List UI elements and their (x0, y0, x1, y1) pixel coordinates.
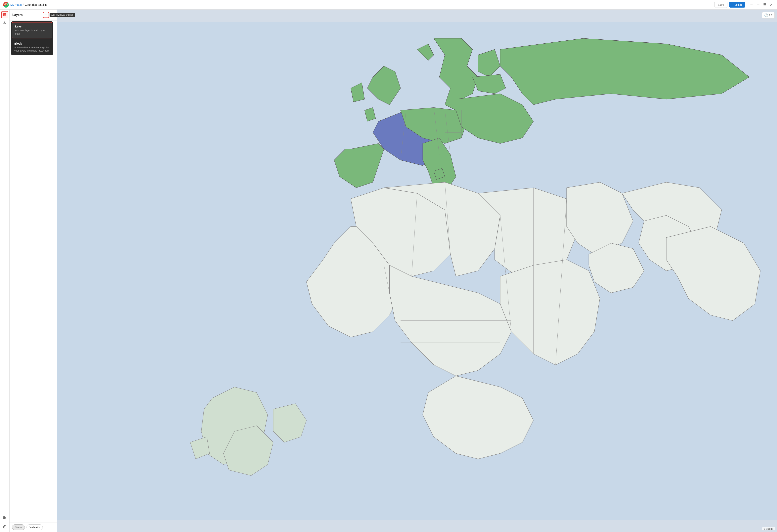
filters-icon-button[interactable] (1, 19, 8, 26)
sidebar-icons (0, 10, 10, 532)
svg-point-20 (5, 527, 5, 528)
layers-footer: Blocks Verticality (10, 522, 57, 532)
breadcrumb-prefix[interactable]: My maps (10, 3, 22, 6)
svg-rect-6 (3, 14, 6, 15)
svg-rect-5 (3, 13, 6, 14)
back-button[interactable]: ← (749, 1, 755, 8)
topbar-icons: ← → ☰ ✕ (749, 1, 774, 8)
layers-header: Layers + Add new layer or block ✕ (10, 10, 57, 20)
svg-point-9 (5, 23, 6, 24)
map-area[interactable]: 🕐 2.7 © MapTiler (57, 10, 777, 532)
puzzle-icon-button[interactable] (1, 514, 8, 521)
layer-option-title: Layer (15, 25, 49, 28)
svg-marker-3 (4, 5, 6, 6)
verticality-tab[interactable]: Verticality (26, 524, 42, 530)
svg-marker-2 (6, 5, 8, 6)
svg-point-18 (4, 517, 5, 518)
layers-panel: Layers + Add new layer or block ✕ Layer … (10, 10, 57, 532)
layers-header-right: + Add new layer or block ✕ (43, 12, 54, 18)
breadcrumb: My maps / Countries Satellite (10, 3, 47, 6)
clock-icon: 🕐 (764, 13, 768, 17)
dropdown-menu: Layer Add new layer to enrich your map B… (11, 21, 53, 55)
layer-option-desc: Add new layer to enrich your map (15, 29, 49, 36)
svg-rect-7 (3, 15, 6, 16)
block-option-desc: Add new Block to better organise your la… (14, 46, 50, 53)
add-btn-wrapper: + Add new layer or block (43, 12, 49, 18)
topbar: My maps / Countries Satellite Save Publi… (0, 0, 777, 10)
blocks-tab[interactable]: Blocks (12, 524, 25, 530)
topbar-left: My maps / Countries Satellite (3, 2, 47, 8)
save-button[interactable]: Save (714, 2, 728, 8)
menu-button[interactable]: ☰ (762, 1, 768, 8)
breadcrumb-sep: / (23, 3, 24, 6)
close-button[interactable]: ✕ (768, 1, 774, 8)
app-logo (3, 2, 9, 8)
svg-rect-15 (5, 516, 6, 517)
map-svg (57, 10, 777, 532)
layers-title: Layers (12, 13, 23, 17)
dropdown-item-block[interactable]: Block Add new Block to better organise y… (11, 39, 53, 55)
svg-rect-17 (5, 518, 6, 519)
svg-rect-14 (3, 516, 5, 517)
publish-button[interactable]: Publish (729, 2, 745, 8)
map-controls: 🕐 2.7 (762, 12, 775, 18)
zoom-value: 2.7 (769, 14, 772, 17)
svg-rect-16 (3, 518, 5, 519)
block-option-title: Block (14, 42, 50, 45)
svg-marker-1 (6, 3, 8, 5)
help-icon-button[interactable] (1, 523, 8, 530)
svg-point-8 (4, 22, 5, 22)
zoom-indicator: 🕐 2.7 (762, 12, 775, 18)
map-attribution: © MapTiler (762, 527, 775, 530)
dropdown-item-layer[interactable]: Layer Add new layer to enrich your map (12, 22, 52, 38)
add-tooltip: Add new layer or block (49, 13, 75, 17)
svg-marker-4 (4, 3, 6, 5)
add-layer-button[interactable]: + (43, 12, 49, 18)
main-area: Layers + Add new layer or block ✕ Layer … (0, 10, 777, 532)
layers-icon-button[interactable] (1, 11, 8, 18)
topbar-right: Save Publish ← → ☰ ✕ (714, 1, 774, 8)
forward-button[interactable]: → (755, 1, 761, 8)
breadcrumb-current: Countries Satellite (25, 3, 47, 6)
